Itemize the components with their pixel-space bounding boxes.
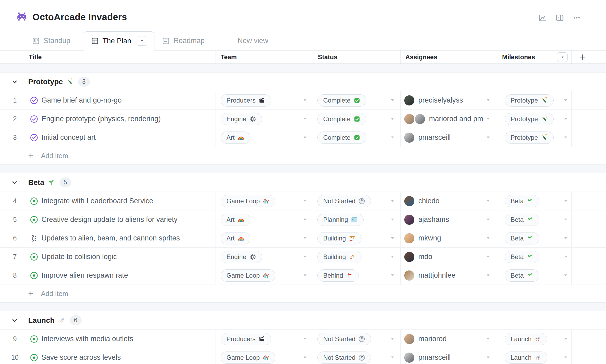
- item-title[interactable]: Save score across levels: [41, 353, 121, 362]
- assignees-cell[interactable]: mariorod: [400, 330, 497, 348]
- team-cell[interactable]: Art: [216, 128, 313, 147]
- status-cell[interactable]: Behind: [313, 266, 400, 285]
- tab-standup[interactable]: Standup: [24, 31, 78, 50]
- column-header-status[interactable]: Status: [313, 50, 400, 64]
- insights-chart-icon[interactable]: [534, 11, 551, 25]
- status-cell[interactable]: Not Started: [313, 348, 400, 364]
- assignees-cell[interactable]: mariorod and pm: [400, 110, 497, 128]
- team-cell[interactable]: Engine: [216, 110, 313, 128]
- status-pill: Not Started: [317, 195, 371, 207]
- assignees-cell[interactable]: pmarsceill: [400, 128, 497, 147]
- assignees-cell[interactable]: pmarsceill: [400, 348, 497, 364]
- ellipsis-icon[interactable]: [568, 11, 585, 25]
- table-row: 7 Update to collision logic Engine Build…: [0, 248, 606, 266]
- assignees-cell[interactable]: mdo: [400, 248, 497, 266]
- section-name: Launch: [28, 316, 55, 325]
- roller-coaster-icon: [263, 272, 270, 279]
- issue-open-icon: [30, 335, 38, 343]
- team-cell[interactable]: Producers: [216, 330, 313, 348]
- assignees-cell[interactable]: chiedo: [400, 192, 497, 210]
- add-item-button[interactable]: Add item: [0, 285, 606, 302]
- side-panel-icon[interactable]: [551, 11, 568, 25]
- item-title[interactable]: Improve alien respawn rate: [41, 271, 128, 280]
- column-header-title[interactable]: Title: [0, 50, 216, 64]
- milestone-cell[interactable]: Launch: [497, 348, 571, 364]
- status-cell[interactable]: Planning: [313, 210, 400, 229]
- team-pill: Game Loop: [221, 269, 275, 282]
- item-title[interactable]: Update to collision logic: [41, 253, 117, 261]
- item-title[interactable]: Initial concept art: [41, 133, 96, 142]
- status-cell[interactable]: Complete: [313, 128, 400, 147]
- team-cell[interactable]: Game Loop: [216, 192, 313, 210]
- milestone-cell[interactable]: Beta: [497, 229, 571, 247]
- status-cell[interactable]: Complete: [313, 110, 400, 128]
- tab-roadmap[interactable]: Roadmap: [154, 31, 212, 50]
- add-item-button[interactable]: Add item: [0, 147, 606, 164]
- avatar: [404, 252, 414, 262]
- milestone-label: Beta: [511, 235, 524, 242]
- team-cell[interactable]: Art: [216, 229, 313, 247]
- row-number: 10: [0, 354, 30, 361]
- dropdown-caret-icon: [390, 117, 394, 120]
- team-cell[interactable]: Game Loop: [216, 348, 313, 364]
- status-label: Behind: [323, 272, 343, 279]
- clapper-board-icon: [258, 336, 265, 342]
- milestone-cell[interactable]: Beta: [497, 210, 571, 229]
- dropdown-caret-icon: [303, 99, 307, 102]
- section-gap: [0, 302, 606, 311]
- status-cell[interactable]: Building: [313, 248, 400, 266]
- table-row: 5 Creative design update to aliens for v…: [0, 210, 606, 229]
- status-label: Not Started: [323, 197, 355, 205]
- team-cell[interactable]: Engine: [216, 248, 313, 266]
- assignees-cell[interactable]: mattjohnlee: [400, 266, 497, 285]
- avatar: [404, 196, 414, 206]
- item-title[interactable]: Creative design update to aliens for var…: [41, 215, 178, 224]
- new-view-button[interactable]: New view: [219, 31, 276, 50]
- item-title[interactable]: Updates to alien, beam, and cannon sprit…: [41, 234, 180, 242]
- team-pill: Game Loop: [221, 352, 275, 364]
- milestone-cell[interactable]: Prototype: [497, 91, 571, 109]
- plus-icon: [27, 290, 34, 297]
- milestone-cell[interactable]: Beta: [497, 266, 571, 285]
- team-cell[interactable]: Game Loop: [216, 266, 313, 285]
- assignees-cell[interactable]: mkwng: [400, 229, 497, 247]
- column-menu-caret-icon[interactable]: [557, 52, 568, 62]
- team-cell[interactable]: Art: [216, 210, 313, 229]
- item-title[interactable]: Engine prototype (physics, rendering): [41, 115, 161, 123]
- dropdown-caret-icon: [303, 337, 307, 340]
- team-label: Producers: [226, 335, 255, 343]
- section-collapse-button[interactable]: [11, 316, 19, 324]
- assignees-cell[interactable]: preciselyalyss: [400, 91, 497, 109]
- milestone-label: Prototype: [511, 115, 538, 123]
- dropdown-caret-icon: [390, 136, 394, 139]
- status-cell[interactable]: Not Started: [313, 192, 400, 210]
- column-header-milestones[interactable]: Milestones: [497, 50, 571, 64]
- add-column-button[interactable]: [571, 50, 606, 64]
- assignees-cell[interactable]: ajashams: [400, 210, 497, 229]
- tab-menu-caret-icon[interactable]: [137, 36, 147, 46]
- milestone-cell[interactable]: Beta: [497, 192, 571, 210]
- status-cell[interactable]: Building: [313, 229, 400, 247]
- item-title[interactable]: Interviews with media outlets: [41, 335, 133, 343]
- project-icon: [32, 37, 40, 45]
- milestone-cell[interactable]: Prototype: [497, 128, 571, 147]
- column-header-assignees[interactable]: Assignees: [400, 50, 497, 64]
- milestone-cell[interactable]: Launch: [497, 330, 571, 348]
- column-header-label: Milestones: [502, 53, 535, 61]
- tab-the-plan[interactable]: The Plan: [84, 31, 154, 50]
- milestone-cell[interactable]: Prototype: [497, 110, 571, 128]
- table-icon: [91, 37, 99, 45]
- section-collapse-button[interactable]: [11, 179, 19, 187]
- item-title[interactable]: Game brief and go-no-go: [41, 96, 122, 104]
- column-header-team[interactable]: Team: [216, 50, 313, 64]
- team-label: Game Loop: [226, 197, 260, 205]
- team-cell[interactable]: Producers: [216, 91, 313, 109]
- milestone-label: Beta: [511, 272, 524, 279]
- status-cell[interactable]: Not Started: [313, 330, 400, 348]
- table-row: 9 Interviews with media outlets Producer…: [0, 330, 606, 348]
- assignee-name: mattjohnlee: [418, 271, 456, 280]
- item-title[interactable]: Integrate with Leaderboard Service: [41, 197, 153, 205]
- milestone-cell[interactable]: Beta: [497, 248, 571, 266]
- section-collapse-button[interactable]: [11, 78, 19, 86]
- status-cell[interactable]: Complete: [313, 91, 400, 109]
